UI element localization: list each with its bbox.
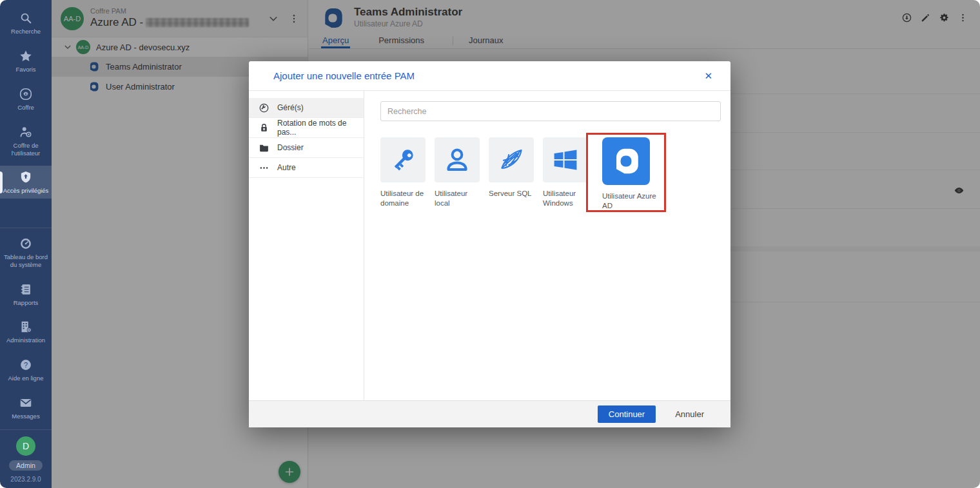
tile-label: Utilisateur Windows xyxy=(543,189,588,208)
entry-type-picker: Utilisateur de domaine Utilisateur local… xyxy=(364,91,730,400)
category-label: Rotation de mots de pas... xyxy=(277,119,364,137)
sql-server-icon xyxy=(497,146,525,174)
sidebar-item-label: Coffre de l'utilisateur xyxy=(1,142,50,157)
folder-icon xyxy=(259,142,270,153)
shield-icon xyxy=(19,170,33,184)
category-dossier[interactable]: Dossier xyxy=(249,138,364,158)
dialog-title: Ajouter une nouvelle entrée PAM xyxy=(273,70,700,81)
windows-icon xyxy=(551,146,580,174)
star-icon xyxy=(19,49,33,63)
entry-type-category-list: Géré(s) Rotation de mots de pas... Dossi… xyxy=(249,91,364,400)
svg-text:?: ? xyxy=(24,361,28,369)
app-window: Recherche Favoris Coffre Coffre de l'uti… xyxy=(0,0,980,488)
sidebar-item-recherche[interactable]: Recherche xyxy=(0,6,52,39)
sidebar-bottom-group: Tableau de bord du système Rapports Admi… xyxy=(0,228,52,429)
sidebar-item-messages[interactable]: Messages xyxy=(0,391,52,424)
managed-wrench-icon xyxy=(259,102,270,113)
category-rotation-mots-de-passe[interactable]: Rotation de mots de pas... xyxy=(249,118,364,138)
user-icon xyxy=(443,146,471,174)
tile-icon-box xyxy=(543,137,588,182)
user-role-badge: Admin xyxy=(9,460,43,471)
sidebar-item-label: Accès privilégiés xyxy=(3,187,49,195)
tile-label: Serveur SQL xyxy=(489,189,534,199)
sidebar-item-acces-privilegies[interactable]: Accès privilégiés xyxy=(0,166,52,199)
sidebar-item-label: Coffre xyxy=(17,104,34,112)
sidebar-item-aide-en-ligne[interactable]: ? Aide en ligne xyxy=(0,353,52,386)
sidebar-item-label: Recherche xyxy=(11,28,41,35)
sidebar-item-label: Favoris xyxy=(15,66,35,73)
category-label: Dossier xyxy=(277,143,304,152)
tile-utilisateur-windows[interactable]: Utilisateur Windows xyxy=(543,137,588,208)
dialog-body: Géré(s) Rotation de mots de pas... Dossi… xyxy=(249,91,730,400)
ellipsis-icon xyxy=(259,162,270,173)
cancel-button[interactable]: Annuler xyxy=(671,409,708,420)
search-icon xyxy=(19,11,33,25)
key-icon xyxy=(389,146,417,174)
envelope-icon xyxy=(19,396,33,410)
tile-label: Utilisateur Azure AD xyxy=(602,191,658,211)
tile-icon-box xyxy=(380,137,426,182)
search-input[interactable] xyxy=(380,101,721,121)
category-autre[interactable]: Autre xyxy=(249,158,364,178)
tile-utilisateur-de-domaine[interactable]: Utilisateur de domaine xyxy=(380,137,426,208)
user-avatar[interactable]: D xyxy=(16,436,35,456)
sidebar-item-coffre[interactable]: Coffre xyxy=(0,83,52,115)
dialog-footer: Continuer Annuler xyxy=(249,400,730,427)
app-version: 2023.2.9.0 xyxy=(10,476,41,483)
tile-label: Utilisateur local xyxy=(435,189,480,208)
close-button[interactable]: ✕ xyxy=(700,69,716,83)
tile-icon-box xyxy=(489,137,534,182)
sidebar-user-block: D Admin 2023.2.9.0 xyxy=(0,429,52,488)
tile-utilisateur-azure-ad[interactable]: Utilisateur Azure AD xyxy=(602,137,658,211)
sidebar-item-label: Administration xyxy=(6,337,45,344)
sidebar-item-rapports[interactable]: Rapports xyxy=(0,278,52,311)
password-lock-icon xyxy=(259,122,270,133)
sidebar: Recherche Favoris Coffre Coffre de l'uti… xyxy=(0,0,52,488)
user-vault-icon xyxy=(19,125,33,139)
entry-type-tiles: Utilisateur de domaine Utilisateur local… xyxy=(380,137,721,211)
sidebar-item-label: Tableau de bord du système xyxy=(1,253,50,269)
sidebar-item-label: Messages xyxy=(12,413,39,420)
help-icon: ? xyxy=(19,358,33,372)
admin-building-icon xyxy=(19,320,33,334)
add-pam-entry-dialog: Ajouter une nouvelle entrée PAM ✕ Géré(s… xyxy=(249,61,730,427)
dialog-header: Ajouter une nouvelle entrée PAM ✕ xyxy=(249,61,730,91)
sidebar-item-coffre-utilisateur[interactable]: Coffre de l'utilisateur xyxy=(0,121,52,161)
category-geres[interactable]: Géré(s) xyxy=(249,98,364,118)
dashboard-gauge-icon xyxy=(19,237,33,251)
vault-icon xyxy=(19,87,33,101)
tile-icon-box xyxy=(602,137,650,185)
report-book-icon xyxy=(19,282,33,297)
sidebar-item-administration[interactable]: Administration xyxy=(0,315,52,348)
tile-label: Utilisateur de domaine xyxy=(380,189,426,208)
tile-utilisateur-local[interactable]: Utilisateur local xyxy=(435,137,480,208)
sidebar-item-label: Aide en ligne xyxy=(8,375,44,382)
category-label: Géré(s) xyxy=(277,103,304,112)
sidebar-item-favoris[interactable]: Favoris xyxy=(0,44,52,77)
office-icon xyxy=(611,146,641,176)
tile-serveur-sql[interactable]: Serveur SQL xyxy=(489,137,534,199)
sidebar-item-label: Rapports xyxy=(14,299,39,307)
continue-button[interactable]: Continuer xyxy=(598,405,656,423)
tile-icon-box xyxy=(435,137,480,182)
category-label: Autre xyxy=(277,163,296,172)
sidebar-item-tableau-de-bord[interactable]: Tableau de bord du système xyxy=(0,232,52,273)
